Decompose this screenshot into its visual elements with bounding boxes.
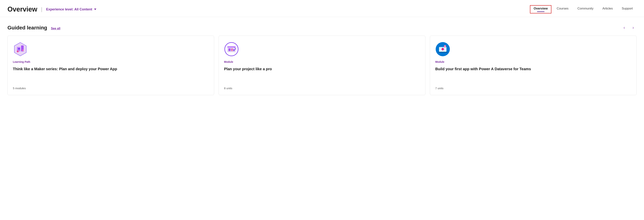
- svg-rect-3: [18, 48, 20, 50]
- tab-articles[interactable]: Articles: [599, 5, 616, 14]
- tab-community[interactable]: Community: [574, 5, 597, 14]
- tab-overview[interactable]: Overview: [530, 5, 552, 14]
- chevron-down-icon: [94, 8, 96, 10]
- nav-arrows: ‹ ›: [621, 24, 636, 31]
- header: Overview | Experience level: All Content…: [0, 0, 644, 17]
- section-title: Guided learning: [8, 25, 47, 31]
- card-1-title: Think like a Maker series: Plan and depl…: [13, 66, 209, 72]
- prev-arrow-button[interactable]: ‹: [621, 24, 628, 31]
- next-arrow-button[interactable]: ›: [630, 24, 636, 31]
- svg-rect-10: [232, 48, 232, 51]
- tab-courses[interactable]: Courses: [553, 5, 572, 14]
- card-3-icon: ✦: [435, 42, 631, 58]
- card-3-title: Build your first app with Power A Datave…: [435, 66, 631, 72]
- svg-rect-11: [233, 49, 234, 51]
- card-1-icon: [13, 42, 209, 58]
- card-2-title: Plan your project like a pro: [224, 66, 420, 72]
- card-3[interactable]: ✦ Module Build your first app with Power…: [430, 36, 636, 95]
- svg-point-5: [22, 50, 24, 51]
- section-header-left: Guided learning See all: [8, 25, 60, 31]
- experience-level-dropdown[interactable]: Experience level: All Content: [46, 8, 96, 11]
- card-1-type: Learning Path: [13, 60, 209, 63]
- svg-point-4: [17, 50, 19, 52]
- card-2-type: Module: [224, 60, 420, 63]
- card-2[interactable]: Module Plan your project like a pro 8 un…: [218, 36, 425, 95]
- card-1-meta: 5 modules: [13, 86, 209, 90]
- svg-rect-8: [227, 46, 236, 48]
- svg-rect-9: [228, 48, 231, 51]
- card-1[interactable]: Learning Path Think like a Maker series:…: [8, 36, 214, 95]
- cards-grid: Learning Path Think like a Maker series:…: [8, 36, 636, 95]
- section-header: Guided learning See all ‹ ›: [8, 24, 636, 31]
- card-2-meta: 8 units: [224, 86, 420, 90]
- header-divider: |: [41, 6, 42, 12]
- tab-support[interactable]: Support: [618, 5, 636, 14]
- page-title: Overview: [8, 6, 37, 13]
- card-3-meta: 7 units: [435, 86, 631, 90]
- see-all-link[interactable]: See all: [51, 27, 60, 30]
- experience-level-label: Experience level: All Content: [46, 8, 92, 11]
- card-2-icon: [224, 42, 420, 58]
- svg-text:✦: ✦: [444, 46, 446, 47]
- card-3-type: Module: [435, 60, 631, 63]
- main-content: Guided learning See all ‹ ›: [0, 17, 644, 95]
- svg-rect-15: [438, 52, 448, 52]
- header-left: Overview | Experience level: All Content: [8, 6, 96, 13]
- nav-tabs: Overview Courses Community Articles Supp…: [530, 5, 636, 14]
